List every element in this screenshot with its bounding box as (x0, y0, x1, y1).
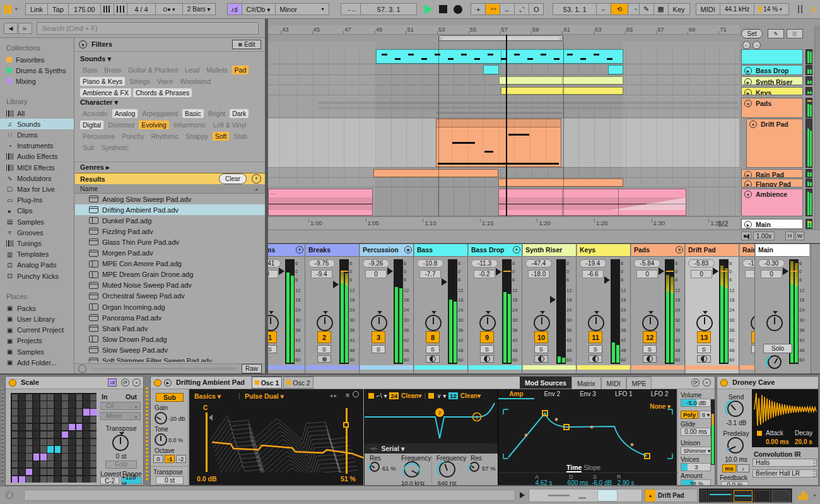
places-item-user-library[interactable]: ▣User Library (0, 314, 74, 324)
clip-ambience[interactable] (498, 189, 686, 216)
pan-knob[interactable] (425, 315, 442, 331)
play-button[interactable] (425, 4, 433, 15)
metronome-toggle[interactable] (114, 3, 127, 15)
meter-menu-arrow[interactable]: ▼ (812, 493, 817, 498)
scale-grid-cell[interactable] (83, 454, 90, 460)
scale-grid-cell[interactable] (62, 454, 68, 460)
info-icon[interactable]: i (5, 491, 14, 500)
peak-level-display[interactable]: -19.4 (580, 259, 606, 267)
output-meter-icon[interactable] (799, 490, 810, 500)
fold-track-icon[interactable]: ▼ (744, 190, 752, 198)
scale-grid-cell[interactable] (12, 469, 18, 475)
scale-grid-cell[interactable] (40, 476, 47, 483)
peak-level-display[interactable]: -47.4 (525, 259, 552, 267)
scale-grid-cell[interactable] (90, 424, 97, 430)
volume-field[interactable]: -9.4 (311, 270, 332, 278)
arrangement-position-field[interactable]: 57. 3. 1 (360, 3, 417, 15)
solo-button[interactable]: Solo (763, 344, 792, 353)
clip-keys[interactable] (501, 87, 623, 95)
transpose-value[interactable]: 0 st (156, 476, 184, 484)
scale-grid-cell[interactable] (55, 401, 61, 407)
tab-mod-sources[interactable]: Mod Sources (520, 377, 571, 389)
places-item-packs[interactable]: ▣Packs (0, 303, 74, 314)
scale-grid-cell[interactable] (76, 394, 83, 401)
scale-grid-cell[interactable] (55, 454, 61, 460)
scale-grid-cell[interactable] (69, 461, 75, 467)
scale-grid-cell[interactable] (12, 431, 18, 438)
scale-cell-current[interactable] (55, 446, 61, 452)
filter-chip-synthetic[interactable]: Synthetic (99, 143, 131, 152)
result-row[interactable]: Muted Noise Sweep Pad.adv (75, 280, 265, 291)
scale-grid-cell[interactable] (40, 409, 47, 415)
filter-chip-mallets[interactable]: Mallets (204, 66, 230, 74)
mixer-strip-drums[interactable]: Drums▼-8.41060612182430364248601S (268, 244, 305, 373)
scale-cell-active[interactable] (26, 469, 32, 475)
scale-grid-cell[interactable] (19, 409, 25, 415)
scale-grid-cell[interactable] (40, 431, 47, 438)
places-item-current-project[interactable]: ▣Current Project (0, 325, 74, 336)
scale-grid-cell[interactable] (69, 469, 75, 475)
draw-mode-toggle[interactable]: ⌞⌝ (514, 3, 529, 15)
sidebar-item-drums[interactable]: ∷Drums (0, 129, 74, 140)
back-button[interactable]: ◀ (4, 23, 18, 34)
scale-grid-cell[interactable] (83, 476, 90, 483)
pan-knob[interactable] (642, 315, 659, 331)
gain-knob[interactable] (155, 412, 167, 425)
device-fold-button[interactable]: ▲ (645, 489, 655, 501)
peak-level-display[interactable]: -5.83 (688, 259, 715, 267)
track-play-icon[interactable]: ▶ (744, 180, 752, 187)
filter-chip-acoustic[interactable]: Acoustic (80, 109, 110, 118)
scale-grid-cell[interactable] (19, 446, 25, 452)
scale-grid-cell[interactable] (26, 476, 32, 483)
volume-fader-handle[interactable] (333, 281, 339, 288)
volume-fader-handle[interactable] (496, 268, 501, 276)
scale-grid-cell[interactable] (19, 401, 25, 407)
scale-grid-cell[interactable] (83, 469, 90, 475)
solo-button[interactable]: S (589, 345, 602, 353)
scale-grid[interactable] (11, 393, 97, 483)
track-activator[interactable]: 1 (268, 331, 277, 343)
scale-awareness-icon[interactable]: ♪♯ (108, 378, 117, 387)
env-tab-lfo-[interactable]: LFO 2 (641, 389, 677, 399)
volume-field[interactable]: 0 (745, 270, 755, 278)
device-on-toggle[interactable] (154, 379, 161, 387)
result-row[interactable]: Slow Sweep Pad.adv (75, 344, 265, 355)
filter-chip-strings[interactable]: Strings (127, 77, 153, 86)
scale-grid-cell[interactable] (76, 431, 83, 438)
scale-grid-cell[interactable] (47, 461, 54, 467)
loop-start-field[interactable]: 53. 1. 1 (553, 3, 597, 15)
scale-grid-cell[interactable] (12, 394, 18, 401)
fold-icon[interactable]: ▼ (296, 246, 303, 254)
scale-grid-cell[interactable] (55, 431, 61, 438)
sidebar-item-modulators[interactable]: ∿Modulators (0, 173, 74, 184)
scale-grid-cell[interactable] (33, 394, 40, 401)
filter-routing-row[interactable]: -∞-Serial ▾ (365, 443, 498, 454)
fold-button[interactable]: Fold (105, 460, 137, 469)
track-header-untitled[interactable] (741, 49, 803, 64)
scale-grid-cell[interactable] (12, 409, 18, 415)
scale-grid-cell[interactable] (62, 446, 68, 452)
scale-grid-cell[interactable] (55, 461, 61, 467)
device-on-toggle[interactable] (720, 379, 728, 387)
scale-grid-cell[interactable] (26, 424, 32, 430)
wavetable-title-bar[interactable]: ▶Drifting Ambient PadOsc 1Osc 2Mod Sourc… (151, 377, 715, 389)
wt-position-slider[interactable] (346, 408, 348, 474)
scale-grid-cell[interactable] (33, 476, 40, 483)
scale-grid-cell[interactable] (33, 416, 40, 423)
filter-chip-inharmonic[interactable]: Inharmonic (171, 120, 209, 129)
logo-chevron-icon[interactable]: ▼ (14, 6, 19, 12)
sample-rate-display[interactable]: 44.1 kHz (720, 3, 754, 15)
pan-knob[interactable] (317, 315, 333, 331)
device-on-toggle[interactable] (9, 379, 16, 387)
link-toggle[interactable]: Link (25, 3, 48, 15)
scale-grid-cell[interactable] (40, 394, 47, 401)
collection-item-drums-synths[interactable]: Drums & Synths (0, 65, 74, 76)
scale-grid-cell[interactable] (76, 409, 83, 415)
result-row[interactable]: Orchestral Sweep Pad.adv (75, 291, 265, 302)
tab-osc1[interactable]: Osc 1 (252, 377, 282, 389)
pan-knob[interactable] (588, 315, 604, 331)
computer-midi-keyboard-toggle[interactable]: ▦ (653, 3, 669, 15)
tab-matrix[interactable]: Matrix (571, 377, 601, 390)
filter-chip-snappy[interactable]: Snappy (183, 132, 211, 141)
device-chain-minimap[interactable] (699, 488, 792, 503)
